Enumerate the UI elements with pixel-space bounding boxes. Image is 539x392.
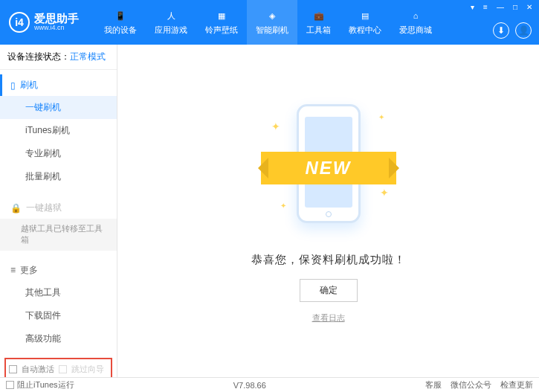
sidebar-item-advanced[interactable]: 高级功能 [0,327,117,350]
sidebar-item-oneclick-flash[interactable]: 一键刷机 [0,96,117,119]
sidebar-item-batch-flash[interactable]: 批量刷机 [0,165,117,188]
flash-icon: ◈ [265,9,279,22]
version-label: V7.98.66 [233,381,266,390]
phone-icon: 📱 [114,9,127,22]
label-skip-guide: 跳过向导 [71,364,104,375]
ok-button[interactable]: 确定 [300,279,358,302]
section-flash-header[interactable]: ▯ 刷机 [0,74,117,96]
footer-link-wechat[interactable]: 微信公众号 [451,379,491,391]
app-url: www.i4.cn [34,25,79,32]
toolbox-icon: 💼 [312,9,326,22]
jailbreak-moved-note: 越狱工具已转移至工具箱 [0,219,117,251]
close-icon[interactable]: ✕ [524,3,535,11]
phone-icon: ▯ [10,80,16,91]
book-icon: ▤ [358,9,372,22]
success-message: 恭喜您，保资料刷机成功啦！ [251,253,406,267]
sidebar-item-download-firmware[interactable]: 下载固件 [0,304,117,327]
checkbox-skip-guide[interactable] [59,365,67,373]
success-illustration: ✦ ✦ ✦ ✦ NEW [265,98,392,240]
picture-icon: ▦ [215,9,228,22]
section-jailbreak-header: 🔒 一键越狱 [0,197,117,219]
sidebar-item-other-tools[interactable]: 其他工具 [0,281,117,304]
nav-store[interactable]: ⌂爱思商城 [390,0,441,45]
apps-icon: 人 [164,9,178,22]
label-auto-activate: 自动激活 [22,364,54,375]
label-block-itunes: 阻止iTunes运行 [17,379,74,391]
logo-area: i4 爱思助手 www.i4.cn [0,12,88,33]
main-content: ✦ ✦ ✦ ✦ NEW 恭喜您，保资料刷机成功啦！ 确定 查看日志 [117,45,539,377]
sidebar-item-pro-flash[interactable]: 专业刷机 [0,142,117,165]
main-nav: 📱我的设备 人应用游戏 ▦铃声壁纸 ◈智能刷机 💼工具箱 ▤教程中心 ⌂爱思商城 [95,0,441,45]
menu-icon[interactable]: ▾ [468,3,477,11]
list-icon: ≡ [10,265,16,275]
maximize-icon[interactable]: □ [511,3,520,11]
new-ribbon: NEW [261,152,396,184]
user-button[interactable]: 👤 [515,22,532,39]
app-title: 爱思助手 [34,13,79,25]
section-more-header[interactable]: ≡ 更多 [0,260,117,281]
nav-apps[interactable]: 人应用游戏 [146,0,196,45]
download-button[interactable]: ⬇ [493,22,509,39]
options-highlight-box: 自动激活 跳过向导 [4,358,112,377]
footer-link-support[interactable]: 客服 [425,379,442,391]
view-log-link[interactable]: 查看日志 [312,312,345,324]
nav-ringtones[interactable]: ▦铃声壁纸 [196,0,247,45]
app-header: i4 爱思助手 www.i4.cn 📱我的设备 人应用游戏 ▦铃声壁纸 ◈智能刷… [0,0,539,45]
sidebar: 设备连接状态：正常模式 ▯ 刷机 一键刷机 iTunes刷机 专业刷机 批量刷机… [0,45,117,377]
settings-icon[interactable]: ≡ [481,3,490,11]
store-icon: ⌂ [409,9,422,22]
logo-icon: i4 [9,12,30,33]
checkbox-block-itunes[interactable] [6,381,14,389]
minimize-icon[interactable]: — [494,3,506,11]
checkbox-auto-activate[interactable] [9,365,17,373]
connection-status: 设备连接状态：正常模式 [0,45,117,70]
lock-icon: 🔒 [10,203,22,213]
footer-link-update[interactable]: 检查更新 [500,379,533,391]
nav-flash[interactable]: ◈智能刷机 [247,0,297,45]
nav-my-device[interactable]: 📱我的设备 [95,0,146,45]
window-controls: ▾ ≡ — □ ✕ [468,3,535,11]
footer: 阻止iTunes运行 V7.98.66 客服 微信公众号 检查更新 [0,377,539,392]
sidebar-item-itunes-flash[interactable]: iTunes刷机 [0,119,117,142]
nav-tutorials[interactable]: ▤教程中心 [340,0,390,45]
nav-toolbox[interactable]: 💼工具箱 [297,0,340,45]
